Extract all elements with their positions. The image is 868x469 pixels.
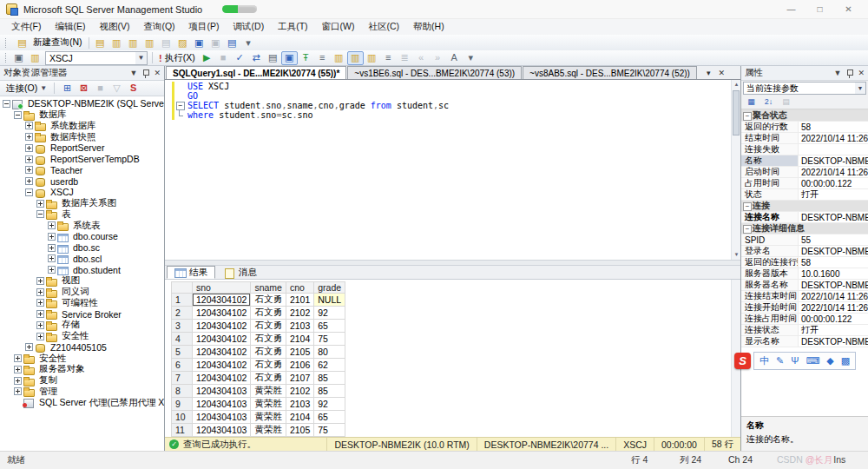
document-tab[interactable]: ~vs8AB5.sql - DES...BME2IK\20774 (52)) — [523, 66, 697, 79]
property-row[interactable]: 连接失败 — [741, 144, 868, 155]
close-icon[interactable]: ✕ — [858, 69, 865, 77]
toolbar-icon[interactable]: ■ — [92, 82, 108, 96]
property-name[interactable]: 服务器名称 — [741, 280, 799, 290]
property-name[interactable]: 返回的连接行数 — [741, 257, 799, 268]
menu-item[interactable]: 查询(Q) — [136, 19, 181, 35]
toolbar-icon[interactable]: ▣ — [10, 51, 27, 65]
grid-row-header[interactable]: 5 — [172, 346, 193, 359]
property-value[interactable]: 58 — [799, 258, 868, 268]
property-row[interactable]: SPID 55 — [741, 234, 868, 246]
property-value[interactable]: 2022/10/14 11:26:3 — [799, 292, 868, 301]
grid-cell-cno[interactable]: 2105 — [286, 346, 313, 359]
property-value[interactable]: 2022/10/14 11:26:3 — [799, 134, 868, 143]
toolbar-icon[interactable]: ⊠ — [76, 82, 92, 96]
property-name[interactable]: 状态 — [741, 189, 799, 200]
property-name[interactable]: 占用时间 — [741, 178, 799, 188]
property-row[interactable]: 占用时间 00:00:00.122 — [741, 178, 868, 189]
property-value[interactable]: DESKTOP-NBME2IK — [799, 156, 868, 166]
grid-column-header[interactable]: sname — [251, 282, 286, 294]
toolbar-grip[interactable] — [5, 38, 8, 48]
property-row[interactable]: 名称 DESKTOP-NBME2IK — [741, 155, 868, 167]
tree-item[interactable]: DESKTOP-NBME2IK (SQL Server 10.0.160 — [0, 98, 164, 109]
code-line[interactable]: SELECT student.sno,sname,cno,grade from … — [165, 101, 731, 110]
tree-item[interactable]: dbo.scl — [0, 254, 164, 265]
grid-row-header[interactable]: 4 — [172, 333, 193, 346]
property-name[interactable]: 服务器版本 — [741, 268, 799, 279]
property-name[interactable]: SPID — [741, 234, 799, 245]
menu-item[interactable]: 文件(F) — [4, 19, 48, 35]
toolbar-icon[interactable]: ▣ — [207, 36, 224, 50]
tree-expander[interactable] — [14, 111, 22, 119]
tree-item[interactable]: userdb — [0, 175, 164, 187]
grid-cell-grade[interactable]: 62 — [314, 359, 345, 372]
tree-expander[interactable] — [48, 221, 56, 229]
properties-object-selector[interactable]: 当前连接参数 ▼ — [743, 82, 866, 95]
grid-cell-grade[interactable]: 92 — [314, 307, 345, 320]
property-row[interactable]: 显示名称 DESKTOP-NBME2IK — [741, 336, 868, 347]
grid-row-header[interactable]: 2 — [172, 307, 193, 320]
tree-expander[interactable] — [25, 343, 33, 351]
toolbar-icon[interactable]: » — [430, 51, 446, 65]
tree-expander[interactable] — [25, 133, 33, 141]
tree-expander[interactable] — [25, 166, 33, 174]
grid-cell-cno[interactable]: 2102 — [286, 385, 313, 398]
grid-cell-sname[interactable]: 石文勇 — [251, 372, 286, 385]
tab-messages[interactable]: 消息 — [217, 266, 264, 279]
properties-header[interactable]: 属性 ▼ ✕ — [741, 66, 868, 81]
active-files-icon[interactable]: ▾ — [707, 69, 711, 77]
pin-icon[interactable] — [141, 69, 149, 78]
tree-item[interactable]: 存储 — [0, 320, 164, 331]
toolbar-icon[interactable]: ⊞ — [59, 82, 76, 96]
tree-item[interactable]: dbo.sc — [0, 242, 164, 254]
scrollbar-thumb[interactable] — [733, 90, 740, 135]
property-name[interactable]: 连接结束时间 — [741, 291, 799, 301]
grid-cell-sno[interactable]: 1204304102 — [193, 307, 251, 320]
pin-icon[interactable] — [845, 69, 853, 78]
tree-expander[interactable] — [25, 177, 33, 185]
tree-item[interactable]: SQL Server 代理(已禁用代理 XP) — [0, 397, 164, 408]
tree-expander[interactable] — [36, 200, 44, 208]
grid-row-header[interactable]: 7 — [172, 372, 193, 385]
tree-item[interactable]: 服务器对象 — [0, 364, 164, 375]
property-row[interactable]: 启动时间 2022/10/14 11:26:3 — [741, 167, 868, 178]
tree-expander[interactable] — [36, 277, 44, 285]
tree-item[interactable]: 表 — [0, 209, 164, 221]
grid-cell-sname[interactable]: 石文勇 — [251, 307, 286, 320]
grid-cell-sname[interactable]: 石文勇 — [251, 346, 286, 359]
grid-cell-sno[interactable]: 1204304103 — [193, 411, 251, 424]
toolbar-icon[interactable]: ▤ — [92, 36, 108, 50]
sql-editor[interactable]: USE XSCJ GO SELECT student.sno,sname,cno… — [165, 80, 731, 260]
outlining-margin[interactable] — [174, 110, 186, 120]
tree-expander[interactable] — [14, 366, 22, 373]
window-position-icon[interactable]: ▼ — [834, 69, 842, 77]
toolbar-icon[interactable]: ▾ — [240, 36, 257, 50]
close-document-icon[interactable]: ✕ — [718, 69, 725, 77]
tree-item[interactable]: 可编程性 — [0, 298, 164, 309]
grid-cell-grade[interactable]: 75 — [314, 333, 345, 346]
property-value[interactable]: DESKTOP-NBME2IK — [799, 247, 868, 256]
property-value[interactable]: 2022/10/14 11:26:3 — [799, 168, 868, 177]
grid-cell-sname[interactable]: 黄荣胜 — [251, 398, 286, 411]
grid-cell-cno[interactable]: 2103 — [286, 320, 313, 333]
property-name[interactable]: 连接名称 — [741, 212, 799, 222]
property-row[interactable]: 返回的行数 58 — [741, 122, 868, 133]
grid-row-header[interactable]: 10 — [172, 411, 193, 424]
grid-cell-cno[interactable]: 2107 — [286, 372, 313, 385]
property-row[interactable]: 登录名 DESKTOP-NBME2IK — [741, 246, 868, 257]
connect-dropdown[interactable]: 连接(O) ▼ — [3, 83, 49, 95]
tree-expander[interactable] — [14, 387, 22, 395]
grid-cell-sno[interactable]: 1204304102 — [193, 359, 251, 372]
grid-cell-sno[interactable]: 1204304102 — [193, 320, 251, 333]
grid-cell-grade[interactable]: 65 — [314, 411, 345, 424]
tree-item[interactable]: 数据库关系图 — [0, 198, 164, 209]
property-row[interactable]: 连接 — [741, 201, 868, 212]
grid-cell-cno[interactable]: 2102 — [286, 307, 313, 320]
tree-expander[interactable] — [36, 321, 44, 329]
toolbar-icon[interactable]: ≣ — [397, 51, 413, 65]
grid-cell-grade[interactable]: 80 — [314, 346, 345, 359]
editor-results-splitter[interactable] — [165, 260, 740, 266]
document-tab[interactable]: SQLQuery1.sql - DE...ME2IK\20774 (55))* — [166, 66, 346, 79]
ime-icon[interactable]: ⌨ — [806, 355, 819, 367]
tree-expander[interactable] — [14, 399, 22, 406]
property-name[interactable]: 连接开始时间 — [741, 302, 799, 313]
